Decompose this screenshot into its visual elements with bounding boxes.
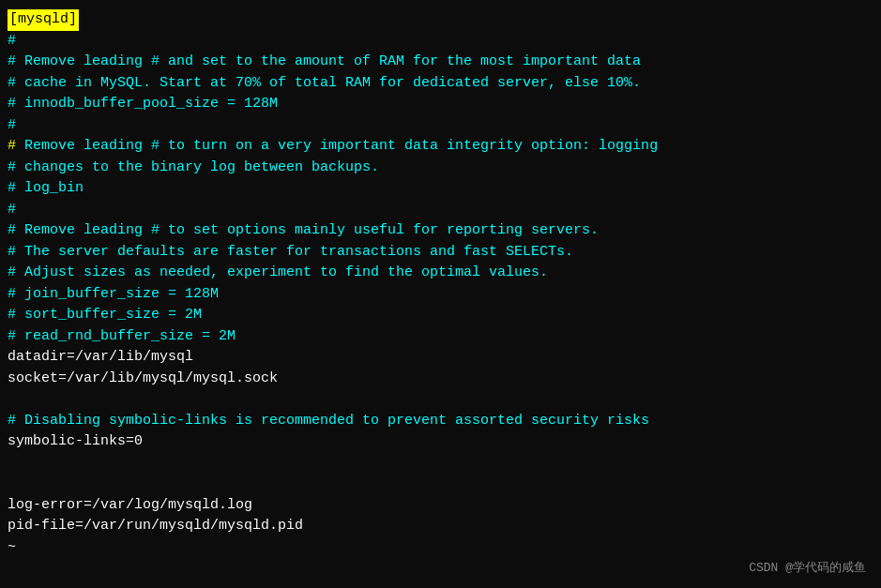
mysqld-header: [mysqld] [8, 9, 79, 31]
line-18: socket=/var/lib/mysql/mysql.sock [8, 369, 873, 390]
line-24: log-error=/var/log/mysqld.log [8, 495, 873, 517]
line-26-tilde: ~ [8, 537, 873, 559]
line-11: # Remove leading # to set options mainly… [8, 220, 873, 242]
line-15: # sort_buffer_size = 2M [8, 305, 873, 326]
line-8: # changes to the binary log between back… [8, 158, 873, 179]
line-9: # log_bin [8, 178, 873, 200]
line-23 [8, 474, 873, 495]
line-14: # join_buffer_size = 128M [8, 284, 873, 306]
line-20: # Disabling symbolic-links is recommende… [8, 411, 873, 432]
hash-yellow-icon: # [8, 138, 16, 154]
line-12: # The server defaults are faster for tra… [8, 242, 873, 264]
line-3: # Remove leading # and set to the amount… [8, 52, 873, 73]
line-2: # [8, 31, 873, 53]
line-16: # read_rnd_buffer_size = 2M [8, 326, 873, 348]
line-21: symbolic-links=0 [8, 431, 873, 453]
line-22 [8, 453, 873, 475]
line-7-text: Remove leading # to turn on a very impor… [16, 138, 658, 154]
line-4: # cache in MySQL. Start at 70% of total … [8, 73, 873, 95]
line-10: # [8, 200, 873, 221]
line-1: [mysqld] [8, 9, 873, 31]
line-5: # innodb_buffer_pool_size = 128M [8, 94, 873, 115]
terminal-window: [mysqld] # # Remove leading # and set to… [0, 0, 881, 588]
line-17: datadir=/var/lib/mysql [8, 347, 873, 369]
line-19 [8, 389, 873, 411]
line-13: # Adjust sizes as needed, experiment to … [8, 263, 873, 284]
watermark: CSDN @学代码的咸鱼 [749, 559, 866, 578]
line-6: # [8, 115, 873, 137]
line-7: # Remove leading # to turn on a very imp… [8, 136, 873, 158]
line-25: pid-file=/var/run/mysqld/mysqld.pid [8, 516, 873, 537]
